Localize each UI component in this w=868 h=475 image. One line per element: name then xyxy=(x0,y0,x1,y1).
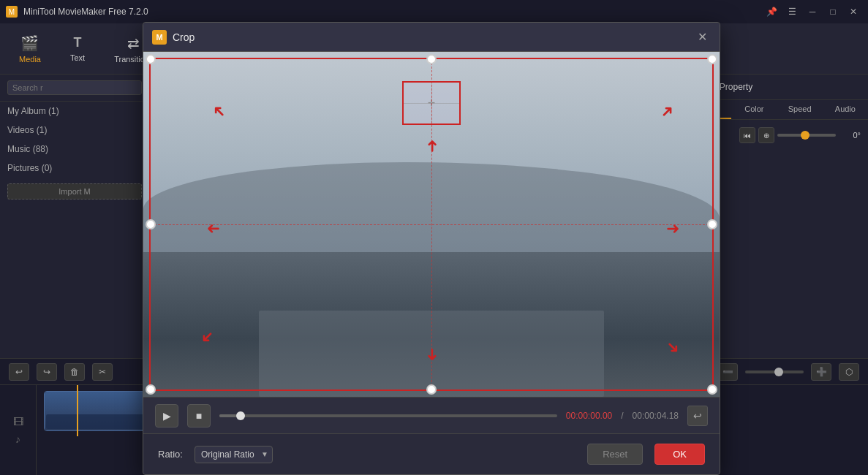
timeline-left: 🎞 ♪ xyxy=(0,385,37,475)
delete-button[interactable]: 🗑 xyxy=(64,363,85,381)
video-track-icon: 🎞 xyxy=(13,416,23,428)
sidebar-item-pictures[interactable]: Pictures (0) xyxy=(0,159,149,178)
media-label: Media xyxy=(19,55,41,64)
playhead[interactable] xyxy=(77,385,78,436)
sidebar: My Album (1) Videos (1) Music (88) Pictu… xyxy=(0,75,150,358)
sidebar-item-my-album[interactable]: My Album (1) xyxy=(0,102,149,121)
undo-button[interactable]: ↩ xyxy=(9,363,29,381)
ratio-select-wrapper: Original Ratio 16:9 4:3 1:1 9:16 ▼ xyxy=(195,446,273,463)
time-separator: / xyxy=(621,411,623,421)
road-overlay xyxy=(259,311,605,397)
rotate-next-btn[interactable]: ⊕ xyxy=(758,127,774,143)
text-icon: T xyxy=(74,35,82,50)
play-button[interactable]: ▶ xyxy=(155,404,178,428)
ok-button[interactable]: OK xyxy=(654,444,705,465)
title-bar: M MiniTool MovieMaker Free 7.2.0 📌 ☰ ─ □… xyxy=(0,0,868,23)
fit-button[interactable]: ⬡ xyxy=(839,363,859,381)
toolbar-media[interactable]: 🎬 Media xyxy=(12,30,48,68)
audio-track-icon: ♪ xyxy=(15,433,20,445)
sidebar-item-music[interactable]: Music (88) xyxy=(0,140,149,159)
pin-button[interactable]: 📌 xyxy=(763,4,780,19)
maximize-button[interactable]: □ xyxy=(824,4,842,19)
stop-button[interactable]: ■ xyxy=(187,404,211,428)
rotate-slider-thumb xyxy=(801,131,809,140)
magnifier-cursor: ✛ xyxy=(428,98,435,108)
crop-video-area: ✛ ➜ ➜ ➜ ➜ ➜ ➜ xyxy=(143,52,720,397)
redo-button[interactable]: ↪ xyxy=(37,363,57,381)
playback-progress-fill xyxy=(219,414,236,417)
window-controls: 📌 ☰ ─ □ ✕ xyxy=(763,4,862,19)
zoom-in-button[interactable]: ➕ xyxy=(811,363,831,381)
crop-dialog: M Crop ✕ ✛ xyxy=(143,22,720,475)
playback-slider-thumb xyxy=(236,411,245,420)
toolbar-text[interactable]: T Text xyxy=(63,31,92,66)
total-time: 00:00:04.18 xyxy=(633,411,679,421)
import-button[interactable]: Import M xyxy=(7,183,142,200)
rotate-value: 0° xyxy=(839,131,861,140)
rotate-controls: ⏮ ⊕ 0° xyxy=(739,127,861,143)
search-input[interactable] xyxy=(7,80,142,95)
reset-button[interactable]: Reset xyxy=(587,444,643,465)
go-to-end-button[interactable]: ↩ xyxy=(687,406,708,426)
text-label: Text xyxy=(70,53,85,62)
dialog-app-icon: M xyxy=(152,30,167,45)
sidebar-header xyxy=(0,75,149,102)
track-waveform xyxy=(46,414,159,429)
zoom-out-button[interactable]: ➖ xyxy=(717,363,738,381)
dialog-close-button[interactable]: ✕ xyxy=(693,28,711,46)
close-button[interactable]: ✕ xyxy=(845,4,862,19)
transitions-icon: ⇄ xyxy=(127,34,140,52)
dialog-footer: Ratio: Original Ratio 16:9 4:3 1:1 9:16 … xyxy=(143,433,720,474)
tab-speed[interactable]: Speed xyxy=(777,100,823,119)
rotate-prev-btn[interactable]: ⏮ xyxy=(739,127,755,143)
media-icon: 🎬 xyxy=(20,34,39,52)
magnifier-box: ✛ xyxy=(402,81,461,125)
sidebar-item-videos[interactable]: Videos (1) xyxy=(0,121,149,140)
rotate-slider[interactable] xyxy=(777,134,836,137)
minimize-button[interactable]: ─ xyxy=(804,4,821,19)
tab-audio[interactable]: Audio xyxy=(823,100,868,119)
ratio-select[interactable]: Original Ratio 16:9 4:3 1:1 9:16 xyxy=(195,446,273,463)
ratio-label: Ratio: xyxy=(158,449,183,460)
playback-progress-slider[interactable] xyxy=(219,414,557,417)
dialog-title: Crop xyxy=(173,31,693,43)
dialog-titlebar: M Crop ✕ xyxy=(143,23,720,52)
menu-button[interactable]: ☰ xyxy=(783,4,801,19)
app-icon: M xyxy=(6,6,18,18)
current-time: 00:00:00.00 xyxy=(566,411,612,421)
tab-color[interactable]: Color xyxy=(731,100,777,119)
cut-button[interactable]: ✂ xyxy=(92,363,113,381)
app-title: MiniTool MovieMaker Free 7.2.0 xyxy=(23,7,757,17)
dialog-playback-controls: ▶ ■ 00:00:00.00 / 00:00:04.18 ↩ xyxy=(143,397,720,433)
